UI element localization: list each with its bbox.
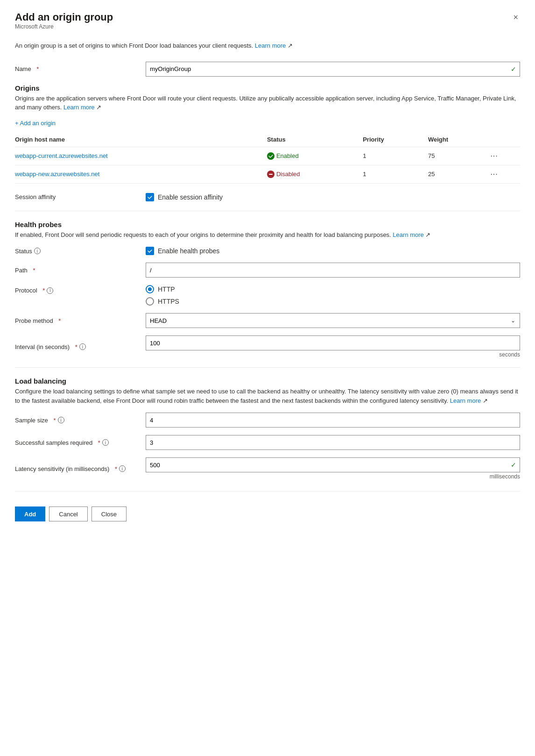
probe-method-control: HEAD GET ⌄ [146,313,520,328]
health-probes-learn-more-link[interactable]: Learn more [393,231,423,238]
successful-samples-label: Successful samples required * i [15,439,146,446]
probe-method-label: Probe method * [15,317,146,324]
panel-description: An origin group is a set of origins to w… [15,41,520,50]
session-affinity-checkbox[interactable] [146,193,154,201]
interval-input[interactable] [146,335,520,350]
protocol-https-radio[interactable] [146,297,154,306]
svg-rect-2 [269,174,273,175]
health-probe-checkbox[interactable] [146,247,154,255]
sample-size-input[interactable] [146,413,520,428]
health-probe-protocol-label: Protocol * i [15,285,146,294]
minus-circle-icon [267,171,275,178]
health-probe-path-label: Path * [15,267,146,274]
row-more-button-2[interactable]: ··· [490,170,498,178]
latency-check-icon: ✓ [511,461,516,469]
load-balancing-description: Configure the load balancing settings to… [15,387,520,405]
col-priority: Priority [363,132,428,147]
session-affinity-label: Session affinity [15,193,146,200]
latency-control: ✓ milliseconds [146,457,520,480]
protocol-http-row[interactable]: HTTP [146,285,520,293]
health-probe-status-row: Status i Enable health probes [15,247,520,255]
probe-method-select[interactable]: HEAD GET [146,313,520,328]
name-label: Name * [15,65,146,72]
successful-samples-row: Successful samples required * i [15,435,520,450]
close-icon[interactable]: × [511,11,520,23]
col-actions [490,132,520,147]
name-field-control: ✓ [146,62,520,77]
close-button[interactable]: Close [92,506,127,521]
sample-size-control [146,413,520,428]
successful-samples-control [146,435,520,450]
svg-point-0 [267,152,275,160]
path-required-star: * [33,267,35,274]
panel-header: Add an origin group Microsoft Azure × [15,11,520,39]
description-learn-more-link[interactable]: Learn more [255,42,286,49]
name-input-wrapper: ✓ [146,62,520,77]
table-row: webapp-new.azurewebsites.net Disabled 1 … [15,165,520,183]
health-probe-checkbox-row: Enable health probes [146,247,520,255]
probe-method-row: Probe method * HEAD GET ⌄ [15,313,520,328]
origins-section: Origins Origins are the application serv… [15,84,520,184]
interval-info-icon[interactable]: i [79,343,86,350]
add-button[interactable]: Add [15,506,45,521]
health-probe-protocol-row: Protocol * i HTTP HTTPS [15,285,520,306]
row-more-button-1[interactable]: ··· [490,152,498,160]
health-probe-protocol-control: HTTP HTTPS [146,285,520,306]
health-probe-checkbox-label: Enable health probes [158,247,219,255]
origin-host-link-1[interactable]: webapp-current.azurewebsites.net [15,152,108,159]
panel-title: Add an origin group [15,11,113,23]
add-origin-button[interactable]: + Add an origin [15,120,56,127]
protocol-info-icon[interactable]: i [47,287,53,294]
col-status: Status [267,132,363,147]
protocol-http-radio[interactable] [146,285,154,293]
interval-suffix: seconds [146,351,520,358]
health-probes-title: Health probes [15,221,520,228]
status-enabled-1: Enabled [267,152,359,160]
origins-learn-more-link[interactable]: Learn more [63,104,94,111]
check-circle-icon [267,152,275,160]
successful-samples-info-icon[interactable]: i [102,439,109,446]
session-affinity-checkbox-row: Enable session affinity [146,193,520,201]
interval-control: seconds [146,335,520,358]
health-probes-description: If enabled, Front Door will send periodi… [15,230,520,240]
name-check-icon: ✓ [511,65,516,73]
col-weight: Weight [428,132,490,147]
add-origin-group-panel: Add an origin group Microsoft Azure × An… [0,0,535,536]
sample-size-required-star: * [53,417,56,424]
status-info-icon[interactable]: i [34,248,41,254]
health-probe-path-row: Path * [15,263,520,278]
cancel-button[interactable]: Cancel [49,506,87,521]
probe-method-select-wrapper: HEAD GET ⌄ [146,313,520,328]
protocol-required-star: * [42,287,45,294]
origins-description: Origins are the application servers wher… [15,94,520,112]
sample-size-row: Sample size * i [15,413,520,428]
protocol-https-row[interactable]: HTTPS [146,297,520,306]
latency-info-icon[interactable]: i [119,465,126,472]
session-affinity-row: Session affinity Enable session affinity [15,193,520,201]
health-probe-path-input[interactable] [146,263,520,278]
radio-inner-dot [148,287,152,291]
origins-table: Origin host name Status Priority Weight … [15,132,520,184]
latency-required-star: * [115,465,117,472]
session-affinity-control: Enable session affinity [146,193,520,201]
checkmark-icon [147,194,153,200]
checkmark-icon [147,248,153,254]
latency-input[interactable] [146,457,520,472]
health-probe-status-label: Status i [15,248,146,255]
origin-host-link-2[interactable]: webapp-new.azurewebsites.net [15,171,99,178]
health-probe-status-control: Enable health probes [146,247,520,255]
name-input[interactable] [146,62,520,77]
name-required-star: * [36,65,39,72]
load-balancing-title: Load balancing [15,377,520,385]
origins-title: Origins [15,84,520,92]
latency-suffix: milliseconds [146,473,520,480]
sample-size-info-icon[interactable]: i [58,417,64,423]
load-balancing-learn-more-link[interactable]: Learn more [450,397,481,404]
status-disabled-2: Disabled [267,171,359,178]
successful-samples-input[interactable] [146,435,520,450]
health-probes-section: Health probes If enabled, Front Door wil… [15,221,520,358]
protocol-https-label: HTTPS [158,298,179,305]
table-row: webapp-current.azurewebsites.net Enabled… [15,147,520,165]
interval-row: Interval (in seconds) * i seconds [15,335,520,358]
sample-size-label: Sample size * i [15,417,146,424]
